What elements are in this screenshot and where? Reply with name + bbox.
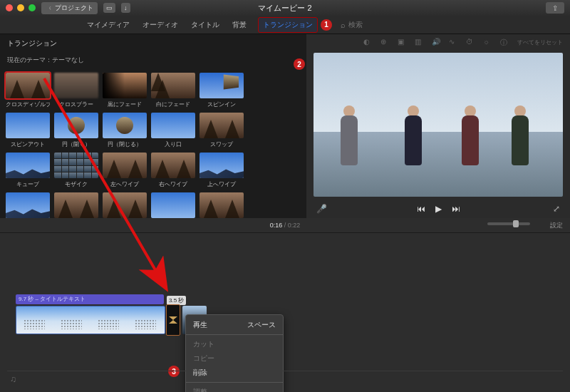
transition-more-1[interactable] bbox=[6, 192, 50, 218]
crop-icon[interactable]: ▣ bbox=[398, 38, 406, 46]
tab-transitions[interactable]: トランジション bbox=[258, 17, 318, 33]
transition-thumb bbox=[54, 192, 98, 218]
transition-thumb bbox=[6, 153, 50, 178]
transition-thumb bbox=[6, 73, 50, 98]
ctx-separator bbox=[186, 334, 283, 335]
transition-spin-out[interactable]: スピンアウト bbox=[6, 113, 50, 148]
transition-wipe-right[interactable]: 右へワイプ bbox=[151, 153, 195, 188]
transition-swap[interactable]: スワップ bbox=[200, 113, 244, 148]
transition-circle-open[interactable]: 円（開く） bbox=[54, 113, 98, 148]
ctx-copy-label: コピー bbox=[193, 354, 214, 363]
reset-all-button[interactable]: すべてをリセット bbox=[517, 38, 563, 46]
library-view-button[interactable]: ▭ bbox=[103, 3, 115, 13]
timeline-zoom-slider[interactable] bbox=[487, 222, 530, 225]
preview-panel: ◐ ⊕ ▣ ▥ 🔊 ∿ ⏱ ☼ ⓘ すべてをリセット 🎤 ⏮ ▶ ⏭ ⤢ bbox=[306, 34, 570, 218]
color-balance-icon[interactable]: ◐ bbox=[363, 38, 372, 46]
transition-thumb bbox=[103, 192, 147, 218]
ctx-copy: コピー bbox=[186, 351, 283, 366]
transition-wipe-up[interactable]: 上へワイプ bbox=[200, 153, 244, 188]
transition-label: 円（開く） bbox=[54, 140, 98, 148]
music-icon: ♫ bbox=[10, 374, 16, 384]
clip-thumbnail bbox=[90, 306, 128, 334]
clip-thumbnail bbox=[16, 306, 53, 334]
transition-thumb bbox=[200, 113, 244, 138]
preview-viewport[interactable] bbox=[314, 53, 563, 197]
traffic-lights bbox=[6, 4, 36, 11]
ctx-play-shortcut: スペース bbox=[247, 320, 276, 330]
search-field[interactable]: ⌕ bbox=[341, 21, 391, 29]
transition-thumb bbox=[151, 192, 195, 218]
noise-icon[interactable]: ∿ bbox=[449, 38, 457, 46]
transition-icon bbox=[169, 316, 177, 324]
minimize-window-icon[interactable] bbox=[17, 4, 24, 11]
transition-wipe-left[interactable]: 左へワイプ bbox=[103, 153, 147, 188]
transition-in-timeline[interactable] bbox=[166, 304, 180, 336]
transition-label: 入り口 bbox=[151, 140, 195, 148]
transition-label: スワップ bbox=[200, 140, 244, 148]
transition-circle-close[interactable]: 円（閉じる） bbox=[103, 113, 147, 148]
back-to-projects-button[interactable]: 〈プロジェクト bbox=[41, 2, 98, 14]
back-to-projects-label: プロジェクト bbox=[55, 4, 93, 13]
transition-label: 右へワイプ bbox=[151, 180, 195, 188]
transition-cube[interactable]: キューブ bbox=[6, 153, 50, 188]
tab-audio[interactable]: オーディオ bbox=[141, 17, 180, 33]
next-frame-button[interactable]: ⏭ bbox=[452, 204, 460, 214]
transition-label: 円（閉じる） bbox=[103, 140, 147, 148]
fullscreen-icon[interactable]: ⤢ bbox=[553, 204, 560, 214]
play-button[interactable]: ▶ bbox=[435, 204, 442, 214]
transition-fade-white[interactable]: 白にフェード bbox=[151, 73, 195, 108]
tab-backgrounds[interactable]: 背景 bbox=[231, 17, 248, 33]
import-button[interactable]: ↓ bbox=[121, 3, 130, 13]
share-button[interactable]: ⇪ bbox=[546, 2, 564, 14]
close-window-icon[interactable] bbox=[6, 4, 13, 11]
title-clip[interactable]: 9.7 秒 – タイトルテキスト bbox=[16, 294, 164, 304]
ctx-play[interactable]: 再生スペース bbox=[186, 318, 283, 332]
audio-track-row[interactable]: ♫ bbox=[7, 371, 563, 386]
transition-label: クロスディゾルブ bbox=[6, 100, 50, 108]
transition-mosaic[interactable]: モザイク bbox=[54, 153, 98, 188]
tab-titles[interactable]: タイトル bbox=[190, 17, 221, 33]
transition-thumb bbox=[151, 113, 195, 138]
transition-label: キューブ bbox=[6, 180, 50, 188]
transition-label: 黒にフェード bbox=[103, 100, 147, 108]
playhead-time: 0:16 bbox=[270, 222, 283, 229]
transition-cross-dissolve[interactable]: クロスディゾルブ bbox=[6, 73, 50, 108]
transition-cross-blur[interactable]: クロスブラー bbox=[54, 73, 98, 108]
timeline-track-area[interactable]: 9.7 秒 – タイトルテキスト 3.5 秒 再生スペース カット コピー 削除… bbox=[0, 232, 570, 392]
transition-more-3[interactable] bbox=[103, 192, 147, 218]
search-input[interactable] bbox=[348, 21, 391, 29]
chevron-left-icon: 〈 bbox=[46, 5, 52, 11]
transition-thumb bbox=[200, 153, 244, 178]
color-correction-icon[interactable]: ⊕ bbox=[380, 38, 389, 46]
video-clip[interactable] bbox=[16, 306, 165, 334]
volume-icon[interactable]: 🔊 bbox=[432, 38, 440, 46]
record-voiceover-icon[interactable]: 🎤 bbox=[316, 204, 327, 214]
library-theme-line: 現在のテーマ：テーマなし bbox=[7, 56, 84, 65]
transition-fade-black[interactable]: 黒にフェード bbox=[103, 73, 147, 108]
filter-icon[interactable]: ☼ bbox=[483, 38, 492, 46]
media-tabbar: マイメディア オーディオ タイトル 背景 トランジション 1 ⌕ bbox=[0, 16, 570, 34]
transition-more-4[interactable] bbox=[151, 192, 195, 218]
speed-icon[interactable]: ⏱ bbox=[466, 38, 475, 46]
tab-my-media[interactable]: マイメディア bbox=[86, 17, 131, 33]
transition-label: 左へワイプ bbox=[103, 180, 147, 188]
transition-label: スピンイン bbox=[200, 100, 244, 108]
stabilize-icon[interactable]: ▥ bbox=[415, 38, 423, 46]
transition-thumb bbox=[200, 192, 244, 218]
timeline-panel: 0:16 / 0:22 設定 9.7 秒 – タイトルテキスト 3.5 秒 再生… bbox=[0, 218, 570, 392]
prev-frame-button[interactable]: ⏮ bbox=[417, 204, 425, 214]
transition-grid: クロスディゾルブ クロスブラー 黒にフェード 白にフェード スピンイン スピンア… bbox=[0, 70, 306, 218]
transition-more-5[interactable] bbox=[200, 192, 244, 218]
transition-doorway[interactable]: 入り口 bbox=[151, 113, 195, 148]
transition-thumb bbox=[103, 153, 147, 178]
clip-thumbnail bbox=[128, 306, 165, 334]
timeline-settings-button[interactable]: 設定 bbox=[550, 221, 563, 230]
playback-controls: 🎤 ⏮ ▶ ⏭ ⤢ bbox=[306, 200, 570, 218]
search-icon: ⌕ bbox=[341, 21, 346, 29]
info-icon[interactable]: ⓘ bbox=[500, 38, 509, 46]
transition-thumb bbox=[6, 192, 50, 218]
preview-content bbox=[506, 101, 534, 165]
transition-spin-in[interactable]: スピンイン bbox=[200, 73, 244, 108]
fullscreen-window-icon[interactable] bbox=[28, 4, 36, 11]
transition-more-2[interactable] bbox=[54, 192, 98, 218]
